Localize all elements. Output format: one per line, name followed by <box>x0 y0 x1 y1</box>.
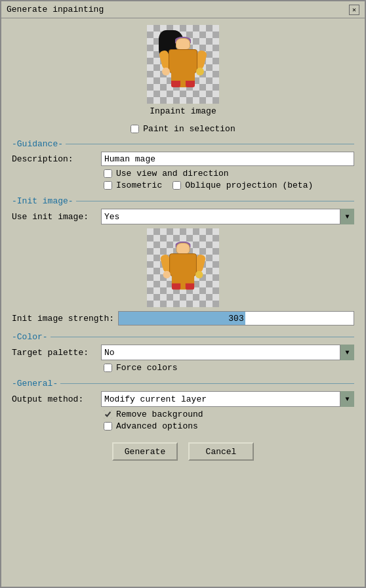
init-image-header-line <box>76 201 354 201</box>
target-palette-select[interactable]: No Yes <box>101 345 354 360</box>
advanced-options-row: Advanced options <box>12 421 354 431</box>
general-header-line <box>60 383 354 384</box>
color-header: -Color- <box>12 332 354 342</box>
output-method-select-wrapper: Modify current layer New layer New image… <box>101 391 354 407</box>
init-image-header: -Init image- <box>12 196 354 206</box>
init-char-boot-left <box>172 284 180 290</box>
char-boot-right <box>186 81 195 87</box>
inpaint-preview-area: Inpaint image <box>147 25 219 116</box>
force-colors-row: Force colors <box>12 363 354 373</box>
init-image-strength-slider[interactable]: 303 <box>118 311 354 326</box>
remove-background-row: Remove background <box>12 410 354 419</box>
use-view-direction-checkbox[interactable] <box>104 169 112 178</box>
description-label: Description: <box>12 154 97 164</box>
description-row: Description: <box>12 152 354 166</box>
guidance-header-line <box>66 144 354 144</box>
paint-in-selection-row: Paint in selection <box>12 124 354 134</box>
generate-button[interactable]: Generate <box>112 442 178 461</box>
cancel-button[interactable]: Cancel <box>188 442 254 461</box>
init-char-boot-right <box>186 284 194 290</box>
title-bar: Generate inpainting ✕ <box>1 1 365 18</box>
char-hand-right <box>196 68 204 75</box>
guidance-header: -Guidance- <box>12 139 354 149</box>
color-header-line <box>51 337 354 337</box>
char-boot-left <box>171 81 180 87</box>
isometric-checkbox[interactable] <box>104 181 112 190</box>
output-method-label: Output method: <box>12 394 97 404</box>
remove-background-label: Remove background <box>116 410 203 419</box>
init-char-head <box>176 243 190 254</box>
force-colors-checkbox[interactable] <box>104 364 112 372</box>
action-buttons-row: Generate Cancel <box>12 442 354 461</box>
oblique-checkbox[interactable] <box>173 181 181 190</box>
init-image-strength-row: Init image strength: 303 <box>12 311 354 326</box>
content-area: Inpaint image Paint in selection -Guidan… <box>1 18 365 587</box>
description-input[interactable] <box>101 152 354 166</box>
remove-background-checkbox[interactable] <box>104 410 112 419</box>
close-button[interactable]: ✕ <box>349 5 359 15</box>
use-init-image-row: Use init image: Yes No ▼ <box>12 209 354 224</box>
use-init-image-select[interactable]: Yes No <box>101 209 354 224</box>
char-body <box>169 49 197 74</box>
use-view-direction-row: Use view and direction <box>12 169 354 178</box>
use-init-image-label: Use init image: <box>12 212 97 222</box>
advanced-options-checkbox[interactable] <box>104 422 112 430</box>
target-palette-row: Target palette: No Yes ▼ <box>12 345 354 360</box>
init-image-section: -Init image- Use init image: Yes No ▼ <box>12 196 354 328</box>
general-header-label: -General- <box>12 379 58 388</box>
init-char-body <box>169 253 197 277</box>
guidance-section: -Guidance- Description: Use view and dir… <box>12 139 354 192</box>
init-image-preview <box>147 228 219 307</box>
char-hand-left <box>162 68 170 75</box>
color-section: -Color- Target palette: No Yes ▼ Force c… <box>12 332 354 375</box>
advanced-options-label: Advanced options <box>116 421 198 431</box>
target-palette-label: Target palette: <box>12 348 97 358</box>
pixel-character <box>163 35 203 94</box>
color-header-label: -Color- <box>12 332 48 342</box>
window-title: Generate inpainting <box>7 5 104 14</box>
use-view-direction-label: Use view and direction <box>116 169 229 178</box>
output-method-row: Output method: Modify current layer New … <box>12 391 354 407</box>
target-palette-select-wrapper: No Yes ▼ <box>101 345 354 360</box>
guidance-header-label: -Guidance- <box>12 139 63 149</box>
isometric-label: Isometric <box>116 180 162 190</box>
char-head <box>176 38 190 50</box>
inpaint-preview-image <box>147 25 219 104</box>
init-char-hand-right <box>195 271 203 278</box>
inpaint-image-label: Inpaint image <box>150 106 216 116</box>
init-image-header-label: -Init image- <box>12 196 73 206</box>
paint-in-selection-checkbox[interactable] <box>131 125 139 133</box>
paint-in-selection-label: Paint in selection <box>143 124 235 134</box>
output-method-select[interactable]: Modify current layer New layer New image <box>101 391 354 407</box>
init-pixel-character <box>165 240 202 296</box>
init-image-strength-label: Init image strength: <box>12 314 114 324</box>
main-window: Generate inpainting ✕ <box>0 0 366 588</box>
force-colors-label: Force colors <box>116 363 178 373</box>
oblique-label: Oblique projection (beta) <box>185 180 313 190</box>
isometric-oblique-row: Isometric Oblique projection (beta) <box>12 180 354 190</box>
slider-fill <box>119 312 245 325</box>
general-section: -General- Output method: Modify current … <box>12 379 354 433</box>
init-char-hand-left <box>163 271 171 278</box>
use-init-image-select-wrapper: Yes No ▼ <box>101 209 354 224</box>
general-header: -General- <box>12 379 354 388</box>
character-overlay <box>147 25 219 104</box>
